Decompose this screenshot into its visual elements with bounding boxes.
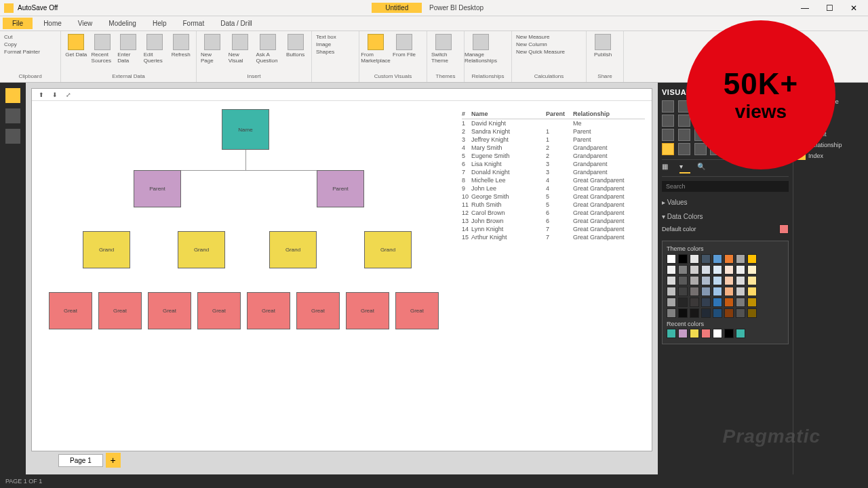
textbox-button[interactable]: Text box (316, 34, 355, 40)
color-swatch[interactable] (690, 298, 699, 307)
file-tab[interactable]: File (3, 18, 33, 29)
viz-type-button[interactable] (662, 115, 674, 127)
table-row[interactable]: 15Arthur Knight7Great Grandparent (462, 233, 645, 241)
table-header[interactable]: Name (471, 110, 546, 117)
tab-data-drill[interactable]: Data / Drill (215, 18, 258, 29)
color-swatch[interactable] (690, 265, 699, 274)
color-swatch[interactable] (747, 276, 757, 285)
default-color-swatch[interactable] (779, 224, 789, 234)
switch-theme-button[interactable]: Switch Theme (431, 52, 456, 64)
color-swatch[interactable] (701, 298, 711, 307)
buttons-icon[interactable] (288, 34, 304, 50)
refresh-button[interactable]: Refresh (172, 52, 191, 58)
analytics-tab-icon[interactable]: 🔍 (697, 163, 708, 174)
new-visual-button[interactable]: New Visual (229, 52, 252, 64)
color-swatch[interactable] (724, 265, 734, 274)
manage-relationships-button[interactable]: Manage Relationships (465, 52, 497, 64)
table-row[interactable]: 6Lisa Knight3Grandparent (462, 160, 645, 168)
ask-question-button[interactable]: Ask A Question (256, 52, 280, 64)
format-tab-icon[interactable]: ▾ (679, 163, 690, 174)
add-page-button[interactable]: + (106, 453, 121, 468)
color-swatch[interactable] (701, 308, 711, 318)
new-column-button[interactable]: New Column (516, 41, 582, 47)
enter-data-button[interactable]: Enter Data (117, 52, 140, 64)
tab-modeling[interactable]: Modeling (103, 18, 142, 29)
table-row[interactable]: 4Mary Smith2Grandparent (462, 144, 645, 152)
color-swatch[interactable] (747, 308, 757, 318)
viz-type-button[interactable] (662, 143, 674, 155)
tree-great-node[interactable]: Great (296, 292, 340, 329)
new-visual-icon[interactable] (232, 34, 248, 50)
buttons-button[interactable]: Buttons (286, 52, 304, 58)
color-swatch[interactable] (736, 308, 745, 318)
tab-format[interactable]: Format (177, 18, 210, 29)
format-painter-button[interactable]: Format Painter (4, 49, 56, 55)
table-header[interactable]: Parent (546, 110, 573, 117)
new-quick-measure-button[interactable]: New Quick Measure (516, 49, 582, 55)
drill-up-icon[interactable]: ⬆ (39, 92, 44, 98)
from-file-button[interactable]: From File (393, 52, 416, 58)
tree-grandparent-node[interactable]: Grand (269, 231, 317, 268)
format-search-input[interactable]: Search (662, 181, 789, 192)
recent-color-swatch[interactable] (690, 329, 699, 338)
new-page-icon[interactable] (204, 34, 220, 50)
shapes-button[interactable]: Shapes (316, 49, 355, 55)
expand-icon[interactable]: ⤢ (66, 92, 71, 98)
page-tab[interactable]: Page 1 (58, 454, 103, 467)
minimize-button[interactable]: — (793, 1, 816, 15)
tab-help[interactable]: Help (147, 18, 172, 29)
color-swatch[interactable] (678, 287, 688, 296)
section-data-colors[interactable]: ▾ Data Colors (662, 210, 789, 220)
tree-great-node[interactable]: Great (346, 292, 389, 329)
color-swatch[interactable] (690, 308, 699, 318)
table-row[interactable]: 8Michelle Lee4Great Grandparent (462, 176, 645, 184)
data-view-button[interactable] (5, 108, 20, 123)
report-view-button[interactable] (5, 88, 20, 103)
color-swatch[interactable] (701, 265, 711, 274)
color-swatch[interactable] (713, 287, 722, 296)
new-page-button[interactable]: New Page (201, 52, 224, 64)
color-swatch[interactable] (667, 254, 676, 264)
color-swatch[interactable] (724, 287, 734, 296)
tab-view[interactable]: View (73, 18, 98, 29)
from-file-icon[interactable] (396, 34, 412, 50)
publish-button[interactable]: Publish (594, 52, 612, 58)
recent-color-swatch[interactable] (701, 329, 711, 338)
maximize-button[interactable]: ☐ (818, 1, 841, 15)
color-swatch[interactable] (667, 287, 676, 296)
marketplace-icon[interactable] (368, 34, 384, 50)
color-swatch[interactable] (690, 276, 699, 285)
color-swatch[interactable] (690, 254, 699, 264)
recent-color-swatch[interactable] (678, 329, 688, 338)
tree-root-node[interactable]: Name (222, 109, 269, 150)
table-row[interactable]: 2Sandra Knight1Parent (462, 127, 645, 136)
table-header[interactable]: # (462, 110, 471, 117)
from-marketplace-button[interactable]: From Marketplace (361, 52, 391, 64)
enter-data-icon[interactable] (120, 34, 136, 50)
color-swatch[interactable] (724, 254, 734, 264)
recent-color-swatch[interactable] (736, 329, 745, 338)
copy-button[interactable]: Copy (4, 41, 56, 47)
color-swatch[interactable] (747, 254, 757, 264)
theme-icon[interactable] (435, 34, 452, 50)
recent-color-swatch[interactable] (724, 329, 734, 338)
hierarchy-tree-visual[interactable]: Name Parent Parent Grand Grand Grand Gra… (45, 109, 452, 394)
table-row[interactable]: 1David KnightMe (462, 119, 645, 127)
fields-tab-icon[interactable]: ▦ (662, 163, 673, 174)
tree-great-node[interactable]: Great (395, 292, 439, 329)
table-row[interactable]: 12Carol Brown6Great Grandparent (462, 209, 645, 217)
recent-sources-icon[interactable] (94, 34, 111, 50)
tree-great-node[interactable]: Great (247, 292, 290, 329)
viz-type-button[interactable] (678, 143, 690, 155)
get-data-icon[interactable] (68, 34, 84, 50)
table-row[interactable]: 11Ruth Smith5Great Grandparent (462, 201, 645, 209)
table-row[interactable]: 14Lynn Knight7Great Grandparent (462, 225, 645, 233)
color-swatch[interactable] (747, 287, 757, 296)
publish-icon[interactable] (595, 34, 611, 50)
color-swatch[interactable] (667, 308, 676, 318)
viz-type-button[interactable] (694, 143, 707, 155)
color-swatch[interactable] (724, 308, 734, 318)
table-row[interactable]: 10George Smith5Great Grandparent (462, 192, 645, 201)
color-swatch[interactable] (713, 298, 722, 307)
color-swatch[interactable] (736, 276, 745, 285)
